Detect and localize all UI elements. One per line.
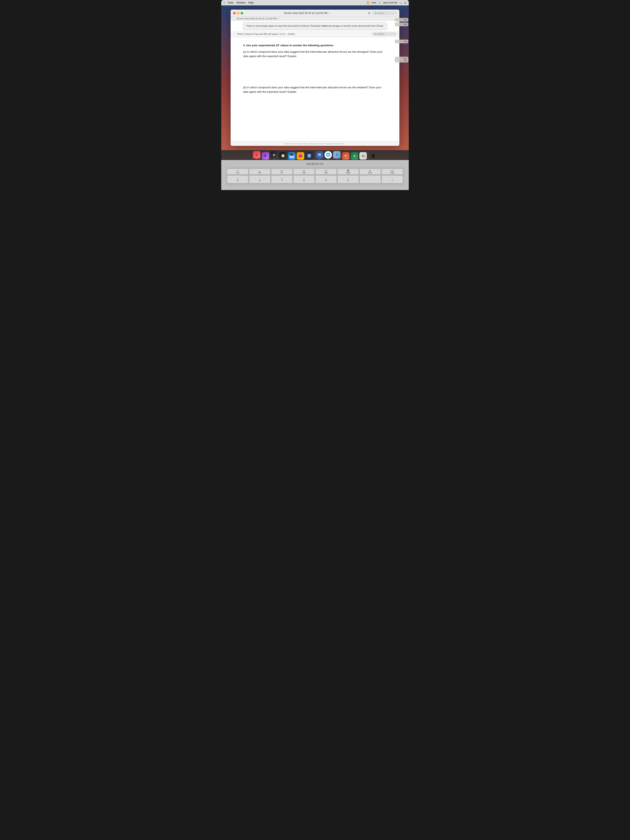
dock-item-dictionary[interactable]: Aa (359, 152, 367, 159)
dock-dict-icon: Aa (359, 152, 367, 159)
toolbar-icon-left: 📄 (233, 33, 235, 35)
dock-chrome-icon: 🌐 (324, 151, 332, 158)
question-3a-text: (a) In which compound does your data sug… (243, 50, 387, 58)
menu-window[interactable]: Window (237, 1, 245, 4)
fullscreen-button[interactable] (241, 12, 243, 14)
dock-dot-music (256, 159, 257, 159)
dock-dot-preview (337, 159, 337, 159)
second-title-bar: 📄 Screen Shot 2022-02-02 at 2.23.36 PM ▾ (231, 17, 399, 21)
key-f12[interactable]: 🔊F12 (382, 169, 403, 175)
doc-search-icon: 🔍 (374, 33, 376, 35)
traffic-lights (233, 12, 243, 14)
bottom-toolbar: marks for above observations selection f… (231, 141, 399, 146)
question-3a: (a) In which compound does your data sug… (243, 50, 387, 79)
control-center-icon[interactable]: ☰ (404, 2, 406, 4)
key-minus[interactable]: _- (360, 175, 381, 183)
dock-music-icon: ♪ (253, 151, 261, 158)
key-6[interactable]: ^6 (249, 175, 270, 183)
apple-menu[interactable]:  (224, 1, 225, 5)
dock-podcast-icon: 🎙 (262, 152, 269, 159)
key-7[interactable]: &7 (271, 175, 292, 183)
document-content: 3. Use your experimental ΔT values to an… (231, 37, 399, 141)
menu-bar-left:  Tools Window Help (224, 1, 254, 5)
dock-item-preview[interactable]: P (333, 151, 341, 159)
notif-3: PM (395, 39, 408, 43)
window-title: 📄 Screen Shot 2022-02-02 at 2.20.05 PM ▾ (245, 12, 366, 14)
dock-separator (314, 152, 314, 159)
dock-keynote-icon: 🎹 (288, 152, 295, 159)
macbook-label: MacBook Air (306, 162, 324, 166)
dock-word-icon: W (316, 151, 323, 158)
search-icon[interactable]: 🔍 (399, 2, 402, 4)
dock-ppt-icon: P (342, 152, 349, 159)
fn-key-row: ☀F2 💡F5 ⏮F7 ⏯F8 ⏭F9 🔇F10 🔉F11 🔊F12 (227, 169, 403, 175)
key-f11[interactable]: 🔉F11 (360, 169, 381, 175)
dock-photos-icon: 🌺 (297, 152, 304, 159)
dock-item-podcast[interactable]: 🎙 (262, 152, 269, 159)
dock-item-chrome[interactable]: 🌐 (324, 151, 332, 159)
dock-dot-chrome (328, 159, 328, 159)
key-f2[interactable]: ☀F2 (227, 169, 248, 175)
dock-separator-2 (368, 152, 368, 159)
key-0[interactable]: )0 (338, 175, 359, 183)
minimize-button[interactable] (237, 12, 239, 14)
dock-item-word[interactable]: W (316, 151, 323, 159)
key-f9[interactable]: ⏭F9 (316, 169, 337, 175)
dock-trash-icon: 🗑 (369, 152, 377, 159)
notification-column: PM PM PM PMPM (395, 18, 408, 63)
title-bar: 📄 Screen Shot 2022-02-02 at 2.20.05 PM ▾… (231, 9, 399, 17)
dock-item-music[interactable]: ♪ (253, 151, 261, 159)
macbook-body: MacBook Air ☀F2 💡F5 ⏮F7 ⏯F8 ⏭F9 🔇F10 🔉F1… (221, 160, 409, 190)
clock: Wed 8:38 PM (383, 2, 397, 4)
keyboard: ☀F2 💡F5 ⏮F7 ⏯F8 ⏭F9 🔇F10 🔉F11 🔊F12 %5 ^6… (226, 167, 404, 186)
key-8[interactable]: *8 (293, 175, 314, 183)
bottom-status-text: marks for above observations selection f… (284, 143, 346, 145)
answer-space-3a (243, 58, 387, 79)
notif-1: PM (395, 18, 408, 22)
menu-bar-right: 📶 43% 🔋 Wed 8:38 PM 🔍 ☰ (367, 2, 406, 4)
dock-item-keynote[interactable]: 🎹 (288, 152, 295, 159)
key-9[interactable]: (9 (316, 175, 337, 183)
dock-stocks-icon: 📊 (279, 152, 287, 159)
key-f5[interactable]: 💡F5 (249, 169, 270, 175)
battery-level: 43% (372, 2, 376, 4)
dock-preview-icon: P (333, 151, 341, 158)
key-f7[interactable]: ⏮F7 (271, 169, 292, 175)
dock-item-tv[interactable]: ▶ (270, 151, 278, 159)
dock-access-icon: ♿ (305, 152, 313, 159)
dock-item-trash[interactable]: 🗑 (369, 152, 377, 159)
doc-search-box[interactable]: 🔍 Search (372, 32, 397, 36)
menu-bar:  Tools Window Help 📶 43% 🔋 Wed 8:38 PM … (221, 0, 409, 5)
wifi-icon: 📶 (367, 2, 369, 4)
dock-item-excel[interactable]: X (351, 152, 358, 159)
menu-tools[interactable]: Tools (228, 1, 234, 4)
dock-item-accessibility[interactable]: ♿ (305, 152, 313, 159)
dock: ♪ 🎙 ▶ 📊 🎹 🌺 ♿ W (221, 150, 409, 160)
notif-4: PMPM (395, 57, 408, 63)
screen-wrapper:  Tools Window Help 📶 43% 🔋 Wed 8:38 PM … (221, 0, 409, 160)
key-f8[interactable]: ⏯F8 (293, 169, 314, 175)
dock-tv-icon: ▶ (270, 151, 278, 158)
key-equals[interactable]: += (382, 175, 403, 183)
dock-item-photos[interactable]: 🌺 (297, 152, 304, 159)
answer-space-3b (243, 94, 387, 115)
battery-icon: 🔋 (378, 2, 381, 4)
document-toolbar: 📄 Week 3 Report Evap and IMF.pdf (page 2… (231, 31, 399, 37)
search-icon-toolbar: 🔍 (374, 12, 376, 14)
number-key-row: %5 ^6 &7 *8 (9 )0 _- += (227, 175, 403, 183)
key-5[interactable]: %5 (227, 175, 248, 183)
question-3-header: 3. Use your experimental ΔT values to an… (243, 43, 387, 48)
close-button[interactable] (233, 12, 235, 14)
menu-help[interactable]: Help (248, 1, 254, 4)
alert-banner: There is not enough space to save this d… (243, 22, 387, 29)
key-f10[interactable]: 🔇F10 (338, 169, 359, 175)
question-3b: (b) In which compound does your data sug… (243, 85, 387, 115)
dock-item-powerpoint[interactable]: P (342, 152, 349, 159)
dock-dot-tv (274, 159, 275, 159)
dock-item-stocks[interactable]: 📊 (279, 152, 287, 159)
toolbar-search[interactable]: 🔍 Search (372, 11, 397, 15)
main-window: 📄 Screen Shot 2022-02-02 at 2.20.05 PM ▾… (231, 9, 399, 146)
dock-dot-word (319, 159, 320, 159)
share-button[interactable]: ⬆ (368, 12, 371, 14)
desktop: PM PM PM PMPM 📄 Screen Shot 2022-02-02 a… (221, 5, 409, 160)
